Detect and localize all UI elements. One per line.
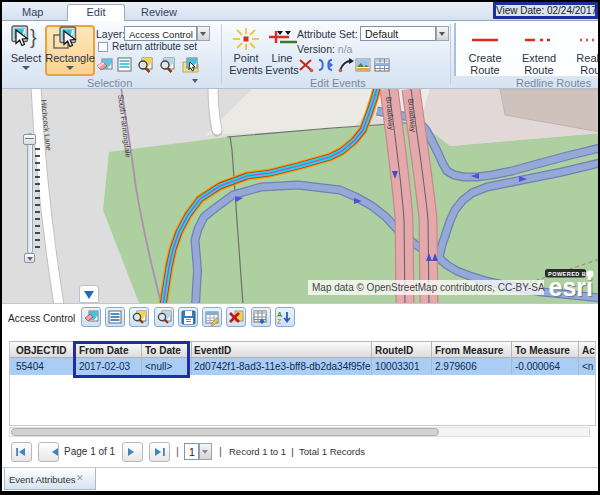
svg-text:}: } [30, 26, 37, 48]
svg-text:A: A [277, 311, 282, 318]
svg-text:Map data © OpenStreetMap contr: Map data © OpenStreetMap contributors, C… [312, 282, 545, 293]
svg-text:esri: esri [549, 273, 593, 301]
svg-text:Z: Z [277, 318, 282, 325]
svg-text:South Farmingdale: South Farmingdale [116, 94, 133, 158]
